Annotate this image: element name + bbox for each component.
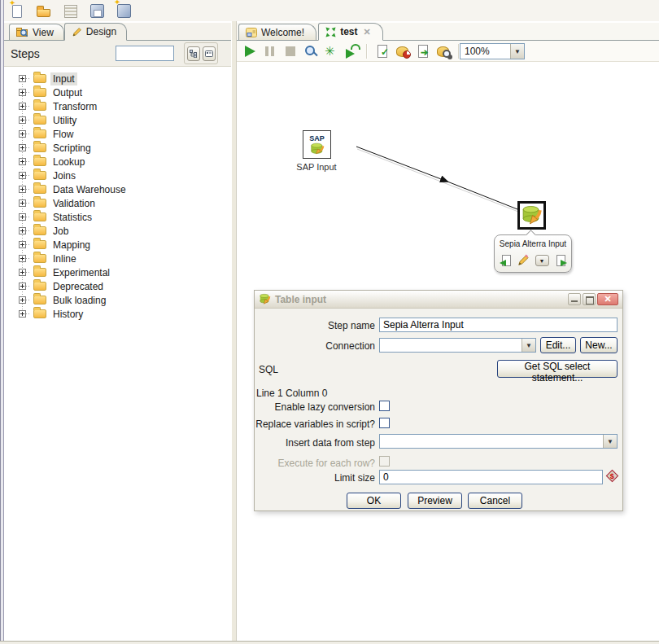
- folder-icon: [33, 185, 46, 194]
- tree-item-output[interactable]: Output: [9, 85, 227, 99]
- tree-view-toggle-button[interactable]: [187, 46, 200, 61]
- tree-item-input[interactable]: Input: [9, 72, 227, 85]
- panel-splitter[interactable]: [231, 21, 237, 641]
- tree-connector-dots: [26, 258, 31, 259]
- expand-toggle-icon[interactable]: [19, 310, 26, 318]
- step-node-sepia-alterra-input[interactable]: [517, 201, 546, 230]
- expand-toggle-icon[interactable]: [19, 227, 26, 234]
- tree-item-lookup[interactable]: Lookup: [9, 155, 227, 169]
- edit-step-icon[interactable]: [517, 254, 530, 267]
- expand-toggle-icon[interactable]: [19, 199, 26, 207]
- save-button[interactable]: [88, 2, 106, 20]
- variable-icon[interactable]: $: [606, 470, 619, 483]
- tree-item-data-warehouse[interactable]: Data Warehouse: [9, 182, 227, 196]
- expand-toggle-icon[interactable]: [19, 241, 26, 248]
- tab-view[interactable]: View: [9, 24, 64, 40]
- explore-db-button[interactable]: [434, 42, 452, 60]
- tab-design[interactable]: Design: [64, 23, 127, 41]
- toolbar-separator: [366, 44, 368, 59]
- lazy-conversion-checkbox[interactable]: [379, 401, 390, 411]
- expand-toggle-icon[interactable]: [19, 75, 26, 82]
- stop-button[interactable]: [281, 42, 299, 60]
- ok-button[interactable]: OK: [347, 493, 401, 509]
- replace-variables-checkbox[interactable]: [379, 418, 390, 428]
- description-view-toggle-button[interactable]: [203, 46, 216, 61]
- tree-item-validation[interactable]: Validation: [9, 196, 227, 210]
- step-menu-button[interactable]: ▼: [535, 255, 549, 266]
- tree-item-scripting[interactable]: Scripting: [9, 141, 227, 155]
- step-name-input[interactable]: [379, 318, 618, 332]
- document-tabbar: Welcome! test ✕: [237, 23, 659, 41]
- doc-list-button[interactable]: [61, 2, 79, 20]
- tree-item-inline[interactable]: Inline: [9, 252, 227, 265]
- debug-button[interactable]: [322, 42, 340, 60]
- tab-test[interactable]: test ✕: [318, 23, 383, 41]
- open-file-button[interactable]: [34, 2, 52, 20]
- tree-item-experimental[interactable]: Experimental: [9, 265, 227, 279]
- expand-toggle-icon[interactable]: [19, 255, 26, 262]
- chevron-down-icon[interactable]: ▼: [522, 339, 535, 352]
- tree-item-utility[interactable]: Utility: [9, 113, 227, 127]
- execute-each-row-checkbox[interactable]: [379, 456, 390, 467]
- save-icon: [89, 2, 105, 19]
- preview-button[interactable]: [302, 42, 320, 60]
- dialog-titlebar[interactable]: Table input ✕: [255, 291, 622, 309]
- zoom-value: 100%: [460, 44, 510, 59]
- expand-toggle-icon[interactable]: [19, 116, 26, 124]
- tree-item-flow[interactable]: Flow: [9, 127, 227, 141]
- steps-search-input[interactable]: [116, 46, 174, 61]
- close-tab-icon[interactable]: ✕: [363, 27, 370, 37]
- replay-button[interactable]: [343, 42, 360, 60]
- expand-toggle-icon[interactable]: [19, 186, 26, 193]
- window-controls: ✕: [568, 293, 618, 305]
- expand-toggle-icon[interactable]: [19, 269, 26, 276]
- input-connector-icon[interactable]: [500, 254, 513, 267]
- preview-button[interactable]: Preview: [408, 493, 462, 509]
- expand-toggle-icon[interactable]: [19, 130, 26, 138]
- transformation-canvas[interactable]: SAP SAP Input: [237, 62, 659, 641]
- tree-item-transform[interactable]: Transform: [9, 99, 227, 113]
- limit-size-input[interactable]: [379, 470, 603, 484]
- zoom-select[interactable]: 100% ▼: [460, 43, 525, 59]
- new-file-button[interactable]: [7, 2, 25, 20]
- get-sql-button[interactable]: [414, 42, 432, 60]
- expand-toggle-icon[interactable]: [19, 213, 26, 221]
- tree-item-bulk-loading[interactable]: Bulk loading: [9, 293, 227, 307]
- tree-connector-dots: [26, 161, 31, 162]
- connection-select[interactable]: ▼: [379, 338, 536, 353]
- tree-item-history[interactable]: History: [9, 307, 227, 321]
- expand-toggle-icon[interactable]: [19, 103, 26, 110]
- tree-item-job[interactable]: Job: [9, 224, 227, 238]
- tree-item-mapping[interactable]: Mapping: [9, 238, 227, 252]
- insert-data-select[interactable]: ▼: [379, 434, 618, 449]
- maximize-button[interactable]: [583, 293, 596, 305]
- step-node-sap-input[interactable]: SAP: [303, 130, 331, 159]
- save-as-button[interactable]: [115, 2, 133, 20]
- chevron-down-icon[interactable]: ▼: [603, 435, 617, 448]
- minimize-button[interactable]: [568, 293, 581, 305]
- get-sql-button[interactable]: Get SQL select statement...: [497, 360, 618, 378]
- close-button[interactable]: ✕: [597, 293, 618, 305]
- run-button[interactable]: [241, 42, 259, 60]
- expand-toggle-icon[interactable]: [19, 89, 26, 96]
- expand-toggle-icon[interactable]: [19, 144, 26, 151]
- expand-toggle-icon[interactable]: [19, 172, 26, 179]
- pause-button[interactable]: [261, 42, 279, 60]
- output-connector-icon[interactable]: [554, 254, 567, 267]
- edit-connection-button[interactable]: Edit...: [540, 337, 576, 353]
- tab-welcome[interactable]: Welcome!: [238, 24, 316, 40]
- verify-button[interactable]: [373, 42, 391, 60]
- tree-item-joins[interactable]: Joins: [9, 169, 227, 182]
- tree-item-statistics[interactable]: Statistics: [9, 210, 227, 224]
- new-connection-button[interactable]: New...: [580, 337, 618, 353]
- cancel-button[interactable]: Cancel: [468, 493, 522, 509]
- chevron-down-icon[interactable]: ▼: [510, 44, 524, 59]
- expand-toggle-icon[interactable]: [19, 283, 26, 290]
- tooltip-actions: ▼: [495, 254, 571, 267]
- impact-button[interactable]: [394, 42, 412, 60]
- expand-toggle-icon[interactable]: [19, 296, 26, 304]
- tree-item-deprecated[interactable]: Deprecated: [9, 279, 227, 293]
- folder-icon: [33, 102, 46, 111]
- expand-toggle-icon[interactable]: [19, 158, 26, 165]
- tree-item-label: Flow: [50, 128, 76, 141]
